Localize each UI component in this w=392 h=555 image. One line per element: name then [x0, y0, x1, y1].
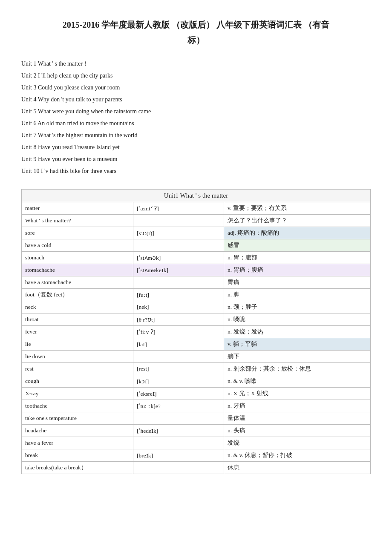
unit-item-5: Unit 5 What were you doing when the rain…: [21, 106, 371, 118]
word-cell: take one's temperature: [22, 412, 133, 425]
table-row: throat[θ r?ʊt]n. 嗓咙: [22, 313, 371, 326]
word-cell: headache: [22, 425, 133, 437]
unit-item-4: Unit 4 Why don 't you talk to your paren…: [21, 94, 371, 106]
title-line2: 标）: [21, 32, 371, 48]
table-row: sore[sɔː(r)]adj. 疼痛的；酸痛的: [22, 227, 371, 239]
meaning-cell: n. 剩余部分；其余；放松；休息: [224, 363, 371, 375]
meaning-cell: n. 胃；腹部: [224, 252, 371, 264]
table-row: break[breɪk]n. & v. 休息；暂停；打破: [22, 449, 371, 462]
phonetic-cell: [ˈeksreɪ]: [133, 388, 224, 400]
table-row: cough[kɔf]n. & v. 咳嗽: [22, 375, 371, 388]
meaning-cell: 量体温: [224, 412, 371, 425]
phonetic-cell: [kɔf]: [133, 375, 224, 388]
word-cell: fever: [22, 326, 133, 338]
meaning-cell: n. 头痛: [224, 425, 371, 437]
phonetic-cell: [θ r?ʊt]: [133, 313, 224, 326]
unit-item-8: Unit 8 Have you read Treasure Island yet: [21, 141, 371, 153]
phonetic-cell: [133, 412, 224, 425]
unit-item-2: Unit 2 I 'll help clean up the city park…: [21, 70, 371, 82]
phonetic-cell: [133, 215, 224, 227]
unit-item-10: Unit 10 I 'v had this bike for three yea…: [21, 165, 371, 177]
word-cell: break: [22, 449, 133, 462]
table-row: neck[nek]n. 颈；脖子: [22, 301, 371, 313]
meaning-cell: 休息: [224, 462, 371, 474]
phonetic-cell: [ˈhedeɪk]: [133, 425, 224, 437]
word-cell: lie: [22, 338, 133, 351]
table-row: What ' s the matter?怎么了？出什么事了？: [22, 215, 371, 227]
meaning-cell: n. X 光；X 射线: [224, 388, 371, 400]
meaning-cell: n. & v. 咳嗽: [224, 375, 371, 388]
unit-item-7: Unit 7 What 's the highest mountain in t…: [21, 129, 371, 141]
phonetic-cell: [ˈstʌməkeɪk]: [133, 264, 224, 276]
meaning-cell: n. 牙痛: [224, 400, 371, 412]
word-cell: What ' s the matter?: [22, 215, 133, 227]
title-line1: 2015-2016 学年度最新人教版 （改版后） 八年级下册英语词汇表 （有音: [21, 17, 371, 32]
phonetic-cell: [133, 462, 224, 474]
word-cell: cough: [22, 375, 133, 388]
table-row: headache[ˈhedeɪk]n. 头痛: [22, 425, 371, 437]
table-row: rest[rest]n. 剩余部分；其余；放松；休息: [22, 363, 371, 375]
meaning-cell: n. 发烧；发热: [224, 326, 371, 338]
table-row: fever[ˈfiːv ʔ]n. 发烧；发热: [22, 326, 371, 338]
meaning-cell: n. 嗓咙: [224, 313, 371, 326]
word-cell: take breaks(take a break）: [22, 462, 133, 474]
phonetic-cell: [fuːt]: [133, 289, 224, 301]
meaning-cell: 胃痛: [224, 276, 371, 289]
table-row: lie down躺下: [22, 351, 371, 363]
meaning-cell: v. 躺；平躺: [224, 338, 371, 351]
table-row: foot（复数 feet）[fuːt]n. 脚: [22, 289, 371, 301]
word-cell: toothache: [22, 400, 133, 412]
table-row: matter[ˈæmtˀ ʔ]v. 重要；要紧；有关系: [22, 202, 371, 215]
table-header: Unit1 What ' s the matter: [22, 190, 371, 202]
table-row: X-ray[ˈeksreɪ]n. X 光；X 射线: [22, 388, 371, 400]
meaning-cell: 怎么了？出什么事了？: [224, 215, 371, 227]
page-title: 2015-2016 学年度最新人教版 （改版后） 八年级下册英语词汇表 （有音 …: [21, 17, 371, 48]
phonetic-cell: [133, 437, 224, 449]
phonetic-cell: [133, 239, 224, 252]
phonetic-cell: [laɪ]: [133, 338, 224, 351]
word-cell: X-ray: [22, 388, 133, 400]
word-cell: sore: [22, 227, 133, 239]
meaning-cell: n. 颈；脖子: [224, 301, 371, 313]
word-cell: stomach: [22, 252, 133, 264]
meaning-cell: 躺下: [224, 351, 371, 363]
table-row: stomach[ˈstʌmək]n. 胃；腹部: [22, 252, 371, 264]
phonetic-cell: [133, 351, 224, 363]
word-cell: matter: [22, 202, 133, 215]
word-cell: have a fever: [22, 437, 133, 449]
meaning-cell: 发烧: [224, 437, 371, 449]
phonetic-cell: [nek]: [133, 301, 224, 313]
table-row: have a cold感冒: [22, 239, 371, 252]
phonetic-cell: [ˈfiːv ʔ]: [133, 326, 224, 338]
table-row: stomachache[ˈstʌməkeɪk]n. 胃痛；腹痛: [22, 264, 371, 276]
phonetic-cell: [133, 276, 224, 289]
phonetic-cell: [sɔː(r)]: [133, 227, 224, 239]
phonetic-cell: [ˈstʌmək]: [133, 252, 224, 264]
meaning-cell: n. 胃痛；腹痛: [224, 264, 371, 276]
unit-item-9: Unit 9 Have you ever been to a museum: [21, 153, 371, 165]
meaning-cell: n. 脚: [224, 289, 371, 301]
meaning-cell: 感冒: [224, 239, 371, 252]
word-cell: neck: [22, 301, 133, 313]
word-cell: throat: [22, 313, 133, 326]
unit-item-6: Unit 6 An old man tried to move the moun…: [21, 118, 371, 129]
phonetic-cell: [ˈtuː ːk]e?: [133, 400, 224, 412]
table-row: toothache[ˈtuː ːk]e?n. 牙痛: [22, 400, 371, 412]
table-row: have a fever发烧: [22, 437, 371, 449]
phonetic-cell: [ˈæmtˀ ʔ]: [133, 202, 224, 215]
meaning-cell: v. 重要；要紧；有关系: [224, 202, 371, 215]
table-row: take one's temperature量体温: [22, 412, 371, 425]
word-cell: have a stomachache: [22, 276, 133, 289]
word-cell: stomachache: [22, 264, 133, 276]
unit-item-1: Unit 1 What ' s the matter！: [21, 58, 371, 70]
meaning-cell: adj. 疼痛的；酸痛的: [224, 227, 371, 239]
meaning-cell: n. & v. 休息；暂停；打破: [224, 449, 371, 462]
table-row: take breaks(take a break）休息: [22, 462, 371, 474]
word-cell: foot（复数 feet）: [22, 289, 133, 301]
table-row: lie[laɪ]v. 躺；平躺: [22, 338, 371, 351]
unit-list: Unit 1 What ' s the matter！Unit 2 I 'll …: [21, 58, 371, 177]
unit-item-3: Unit 3 Could you please clean your room: [21, 82, 371, 94]
table-row: have a stomachache胃痛: [22, 276, 371, 289]
vocabulary-table: Unit1 What ' s the matter matter[ˈæmtˀ ʔ…: [21, 189, 371, 474]
phonetic-cell: [breɪk]: [133, 449, 224, 462]
